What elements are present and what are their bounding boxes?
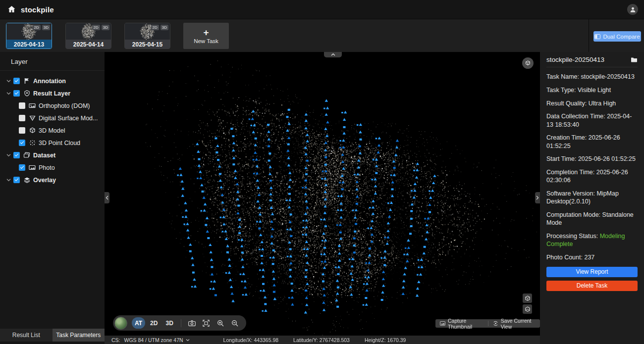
badge-2d: 2D	[92, 25, 100, 30]
chevron-down-icon[interactable]	[6, 153, 13, 157]
task-card-2025-04-14[interactable]: 2D 3D 2025-04-14	[65, 23, 111, 49]
chevron-down-icon[interactable]	[6, 79, 13, 83]
top-bar: stockpile	[0, 0, 644, 19]
view-button-2d[interactable]: 2D	[147, 317, 161, 329]
home-icon[interactable]	[7, 5, 16, 14]
screenshot-camera-button[interactable]	[186, 317, 198, 329]
delete-task-button[interactable]: Delete Task	[546, 281, 638, 291]
user-avatar[interactable]	[627, 4, 638, 15]
result-layer-checkbox[interactable]	[13, 90, 20, 97]
layer-tree: Annotation Result Layer Orthophoto (DOM)…	[0, 71, 105, 186]
map-3d-viewport[interactable]: Capture Thumbnail Save Current View AT 2…	[105, 52, 540, 336]
field-creation-time: Creation Time: 2025-06-26 01:52:25	[546, 134, 638, 150]
collapse-right-panel-button[interactable]	[535, 192, 540, 203]
dsm-checkbox[interactable]	[19, 115, 25, 121]
dataset-checkbox[interactable]	[13, 152, 20, 158]
new-task-button[interactable]: + New Task	[183, 23, 229, 49]
badge-2d: 2D	[33, 25, 41, 30]
tab-result-list[interactable]: Result List	[0, 329, 53, 342]
view-report-button[interactable]: View Report	[546, 267, 638, 277]
photo-checkbox[interactable]	[19, 164, 25, 171]
field-result-quality: Result Quality: Ultra High	[546, 99, 638, 107]
folder-icon[interactable]	[631, 57, 638, 62]
task-date-label: 2025-04-15	[125, 40, 170, 49]
layer-row-3d-model[interactable]: 3D Model	[0, 124, 105, 137]
fit-view-button[interactable]	[200, 317, 213, 329]
dsm-icon	[29, 115, 36, 122]
view-cube-button[interactable]	[522, 57, 534, 69]
layer-row-overlay[interactable]: Overlay	[0, 174, 105, 186]
layer-row-orthophoto[interactable]: Orthophoto (DOM)	[0, 99, 105, 112]
layer-row-result-layer[interactable]: Result Layer	[0, 87, 105, 99]
photo-icon	[29, 164, 36, 171]
task-thumbnail: 2D 3D	[6, 23, 52, 40]
cs-label: CS:	[111, 337, 120, 343]
save-view-icon	[493, 321, 498, 326]
dataset-icon	[23, 152, 30, 159]
layer-row-dataset[interactable]: Dataset	[0, 149, 105, 161]
layer-row-photo[interactable]: Photo	[0, 161, 105, 174]
basemap-globe-button[interactable]	[114, 317, 127, 330]
field-task-type: Task Type: Visible Light	[546, 86, 638, 94]
overlay-checkbox[interactable]	[13, 177, 20, 183]
plus-icon: +	[203, 28, 209, 37]
page-title: stockpile	[21, 5, 54, 14]
task-date-label: 2025-04-13	[6, 40, 52, 49]
annotation-checkbox[interactable]	[13, 78, 20, 84]
point-cloud-canvas[interactable]	[105, 52, 540, 336]
point-cloud-checkbox[interactable]	[19, 140, 25, 146]
field-photo-count: Photo Count: 237	[546, 253, 638, 261]
layer-row-3d-point-cloud[interactable]: 3D Point Cloud	[0, 137, 105, 149]
longitude-readout: Longitude/X: 443365.98	[223, 337, 279, 343]
new-task-label: New Task	[194, 38, 218, 44]
layer-row-dsm[interactable]: Digital Surface Mod...	[0, 112, 105, 124]
view-mode-cube-button[interactable]	[523, 304, 532, 314]
layer-label: Result Layer	[33, 90, 70, 97]
layer-panel-title: Layer	[0, 52, 105, 71]
viewport-toolbar: AT 2D 3D	[113, 315, 246, 331]
task-thumbnail: 2D 3D	[125, 23, 170, 40]
collapse-panel-button[interactable]	[324, 52, 342, 57]
image-icon	[440, 321, 445, 326]
field-task-name: Task Name: stockpile-20250413	[546, 73, 638, 81]
layer-row-annotation[interactable]: Annotation	[0, 75, 105, 87]
divider	[181, 319, 181, 327]
view-button-at[interactable]: AT	[132, 317, 145, 329]
field-computation-mode: Computation Mode: Standalone Mode	[546, 211, 638, 227]
dual-compare-section: Dual Compare	[589, 19, 644, 52]
latitude-readout: Latitude/Y: 2767428.503	[293, 337, 350, 343]
model-3d-icon	[29, 127, 36, 134]
task-card-2025-04-13[interactable]: 2D 3D 2025-04-13	[6, 23, 52, 49]
orthophoto-icon	[29, 102, 36, 109]
dual-compare-button[interactable]: Dual Compare	[593, 31, 641, 42]
save-current-view-button[interactable]: Save Current View	[488, 319, 540, 328]
task-details-panel: stockpile-20250413 Task Name: stockpile-…	[540, 52, 644, 344]
collapse-left-panel-button[interactable]	[105, 192, 109, 203]
zoom-out-button[interactable]	[229, 317, 241, 329]
layer-label: Digital Surface Mod...	[39, 115, 98, 122]
layer-label: Photo	[39, 164, 55, 171]
task-card-2025-04-15[interactable]: 2D 3D 2025-04-15	[124, 23, 170, 49]
field-software-version: Software Version: MipMap Desktop(2.0.10)	[546, 190, 638, 206]
layer-label: Orthophoto (DOM)	[39, 102, 90, 109]
capture-thumbnail-button[interactable]: Capture Thumbnail	[435, 319, 488, 328]
layer-label: Dataset	[33, 152, 55, 159]
model-3d-checkbox[interactable]	[19, 127, 25, 134]
app-window: stockpile 2D 3D 2025-04-13 2D 3D	[0, 0, 644, 344]
badge-3d: 3D	[42, 25, 50, 30]
task-date-label: 2025-04-14	[66, 40, 111, 49]
view-button-3d[interactable]: 3D	[162, 317, 176, 329]
field-processing-status: Processing Status: Modeling Complete	[546, 232, 638, 248]
tab-task-parameters[interactable]: Task Parameters	[53, 329, 105, 342]
badge-2d: 2D	[151, 25, 159, 30]
chevron-down-icon[interactable]	[6, 91, 13, 96]
zoom-in-button[interactable]	[215, 317, 227, 329]
layer-label: Overlay	[33, 177, 56, 184]
coordinate-system-dropdown[interactable]: WGS 84 / UTM zone 47N	[124, 337, 190, 343]
badge-3d: 3D	[161, 25, 168, 30]
view-actions-pill: Capture Thumbnail Save Current View	[435, 319, 540, 328]
chevron-down-icon[interactable]	[6, 178, 13, 182]
task-thumbnail: 2D 3D	[66, 23, 111, 40]
zoom-extent-cube-button[interactable]	[523, 294, 532, 303]
orthophoto-checkbox[interactable]	[19, 102, 25, 109]
